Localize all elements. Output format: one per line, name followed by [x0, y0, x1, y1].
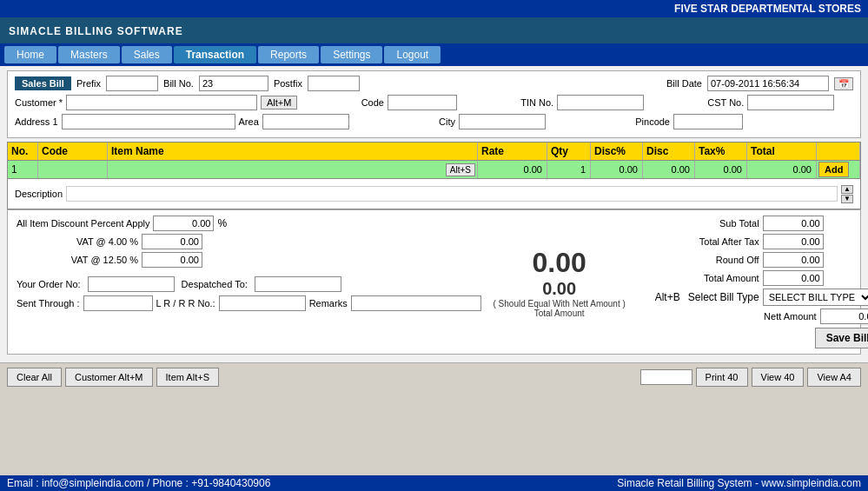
total-amount-row: Total Amount: [638, 270, 868, 286]
row-disc-input[interactable]: [645, 162, 692, 177]
col-qty: Qty: [547, 143, 591, 160]
col-no: No.: [8, 143, 38, 160]
subtotal-row: Sub Total: [638, 216, 868, 231]
subtotal-label: Sub Total: [638, 218, 759, 229]
round-off-row: Round Off: [638, 252, 868, 268]
add-button[interactable]: Add: [818, 162, 849, 177]
big-amount: 0.00: [533, 247, 586, 279]
postfix-input[interactable]: [308, 76, 360, 91]
col-total: Total: [747, 143, 817, 160]
remarks-input[interactable]: [351, 295, 481, 311]
city-input[interactable]: [459, 114, 546, 129]
all-disc-label: All Item Discount Percent Apply: [17, 218, 149, 229]
row-qty-input[interactable]: [549, 162, 588, 177]
sub-amount: 0.00: [542, 279, 576, 299]
view40-button[interactable]: View 40: [752, 368, 805, 387]
altb-label: Alt+B Select Bill Type: [638, 291, 759, 303]
prefix-input[interactable]: [106, 76, 158, 91]
viewa4-button[interactable]: View A4: [807, 368, 861, 387]
scroll-down-btn[interactable]: ▼: [841, 195, 853, 203]
row-code-input[interactable]: [40, 162, 105, 177]
vat1-input[interactable]: [142, 234, 202, 249]
total-after-tax-input[interactable]: [763, 234, 824, 249]
row-disc[interactable]: [643, 161, 695, 178]
row-rate-input[interactable]: [480, 162, 545, 177]
bill-type-select[interactable]: SELECT BILL TYPE VAT Bill Non-VAT Bill: [763, 289, 868, 306]
col-discamt: Disc: [643, 143, 695, 160]
bill-date-input[interactable]: [707, 76, 829, 91]
sent-through-label: Sent Through :: [17, 298, 80, 309]
main-content: Sales Bill Prefix Bill No. Postfix Bill …: [0, 66, 868, 362]
company-name: FIVE STAR DEPARTMENTAL STORES: [674, 3, 861, 15]
area-label: Area: [239, 116, 259, 127]
row-rate[interactable]: [478, 161, 547, 178]
subtotal-input[interactable]: [763, 216, 824, 231]
scroll-buttons: ▲ ▼: [841, 185, 853, 203]
customer-altm-button[interactable]: Customer Alt+M: [65, 368, 153, 387]
menu-logout[interactable]: Logout: [384, 46, 441, 63]
menu-transaction[interactable]: Transaction: [174, 46, 256, 63]
total-after-tax-label: Total After Tax: [638, 236, 759, 247]
menu-reports[interactable]: Reports: [258, 46, 319, 63]
cst-input[interactable]: [747, 95, 834, 110]
print-count-input[interactable]: [640, 369, 692, 385]
sent-row: Sent Through : L R / R R No.: Remarks: [17, 295, 481, 311]
row-tax-input[interactable]: [697, 162, 745, 177]
lr-rr-input[interactable]: [219, 295, 306, 311]
row-add[interactable]: Add: [817, 161, 860, 178]
row-qty[interactable]: [547, 161, 591, 178]
altm-button[interactable]: Alt+M: [261, 96, 297, 109]
vat1-row: VAT @ 4.00 %: [17, 234, 481, 249]
status-bar: Email : info@simpleindia.com / Phone : +…: [0, 475, 868, 491]
should-equal-text: ( Should Equal With Nett Amount ) Total …: [490, 299, 629, 318]
save-bill-button[interactable]: Save Bill: [815, 328, 868, 348]
col-itemname: Item Name: [108, 143, 478, 160]
bill-date-label: Bill Date: [666, 78, 702, 89]
code-input[interactable]: [388, 95, 457, 110]
bill-no-input[interactable]: [199, 76, 268, 91]
percent-sign: %: [217, 217, 227, 229]
row-total-input[interactable]: [749, 162, 814, 177]
despatched-input[interactable]: [255, 276, 341, 292]
row-itemname-input[interactable]: [109, 162, 444, 177]
all-disc-input[interactable]: [153, 216, 214, 231]
row-discpct[interactable]: [591, 161, 643, 178]
col-actions: [817, 143, 860, 160]
menu-sales[interactable]: Sales: [122, 46, 172, 63]
tin-input[interactable]: [557, 95, 644, 110]
description-label: Description: [15, 189, 63, 199]
nett-amount-input[interactable]: [820, 309, 868, 324]
total-amount-input[interactable]: [763, 270, 824, 286]
area-input[interactable]: [262, 114, 349, 129]
your-order-input[interactable]: [88, 276, 175, 292]
sent-through-input[interactable]: [83, 295, 153, 311]
menu-masters[interactable]: Masters: [58, 46, 120, 63]
grid-row: 1 Alt+S Add: [7, 161, 861, 179]
row-total[interactable]: [747, 161, 817, 178]
round-off-input[interactable]: [763, 252, 824, 268]
address1-input[interactable]: [62, 114, 235, 129]
scroll-up-btn[interactable]: ▲: [841, 185, 853, 194]
menu-bar: Home Masters Sales Transaction Reports S…: [0, 43, 868, 66]
row-code[interactable]: [38, 161, 108, 178]
vat2-input[interactable]: [142, 252, 202, 268]
status-right: Simacle Retail Billing System - www.simp…: [617, 477, 861, 489]
clear-all-button[interactable]: Clear All: [7, 368, 62, 387]
description-input[interactable]: [66, 186, 838, 202]
row-discpct-input[interactable]: [593, 162, 640, 177]
totals-center: 0.00 0.00 ( Should Equal With Nett Amoun…: [490, 216, 629, 348]
customer-label: Customer *: [15, 97, 63, 108]
menu-settings[interactable]: Settings: [321, 46, 382, 63]
row-itemname: Alt+S: [108, 161, 478, 178]
row-tax[interactable]: [695, 161, 747, 178]
calendar-btn[interactable]: 📅: [834, 77, 853, 90]
print40-button[interactable]: Print 40: [696, 368, 748, 387]
item-alts-button[interactable]: Item Alt+S: [156, 368, 219, 387]
menu-home[interactable]: Home: [4, 46, 56, 63]
grid-header: No. Code Item Name Rate Qty Disc% Disc T…: [7, 142, 861, 161]
pincode-input[interactable]: [673, 114, 743, 129]
alts-button[interactable]: Alt+S: [446, 163, 475, 176]
row-no: 1: [8, 161, 38, 178]
totals-right: Sub Total Total After Tax Round Off Tota…: [638, 216, 868, 348]
customer-input[interactable]: [66, 95, 257, 110]
